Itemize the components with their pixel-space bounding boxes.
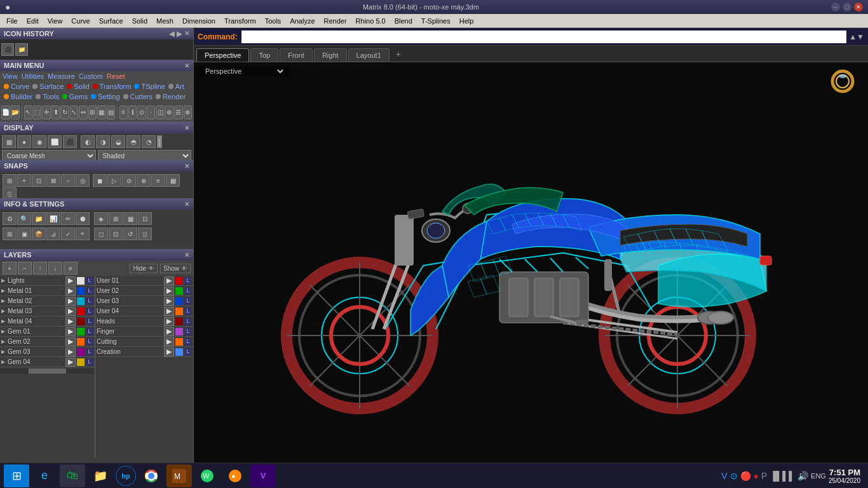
gems-tool[interactable]: Gems <box>69 93 88 100</box>
layer-vis-u03[interactable]: ▶ <box>164 297 174 306</box>
tb-ugrp[interactable]: ▤ <box>107 105 115 119</box>
tray-volume[interactable]: 🔊 <box>797 471 808 481</box>
layer-scrollbar[interactable] <box>0 369 95 374</box>
layer-user01[interactable]: User 01 ▶ L <box>95 276 193 286</box>
info-btn-19[interactable]: ↺ <box>123 227 137 240</box>
snap-btn-5[interactable]: ○ <box>61 174 75 187</box>
tray-network[interactable]: ▐▌▌▌ <box>770 471 795 481</box>
layer-vis-m01[interactable]: ▶ <box>65 287 76 295</box>
display-close[interactable]: ✕ <box>184 125 189 132</box>
menu-view[interactable]: View <box>44 16 67 26</box>
mm-view[interactable]: View <box>3 72 18 80</box>
layer-up[interactable]: ↑ <box>33 262 47 274</box>
tb-grp[interactable]: ▦ <box>97 105 105 119</box>
layer-color-u02[interactable] <box>175 287 183 295</box>
snaps-close[interactable]: ✕ <box>184 163 189 170</box>
close-button[interactable]: ✕ <box>854 3 863 11</box>
tb-pt[interactable]: · <box>147 105 155 119</box>
tb-copy[interactable]: ⬆ <box>51 105 60 119</box>
disp-btn-11[interactable]: │ <box>157 135 162 148</box>
layers-close[interactable]: ✕ <box>184 252 189 259</box>
taskbar-app5[interactable]: M <box>166 464 192 487</box>
solid-tool[interactable]: Solid <box>74 83 89 90</box>
taskbar-ie[interactable]: e <box>32 464 57 487</box>
menu-transform[interactable]: Transform <box>220 16 260 26</box>
snap-btn-4[interactable]: ⊠ <box>46 174 60 187</box>
tab-layout1[interactable]: Layout1 <box>348 48 390 62</box>
disp-btn-1[interactable]: ▦ <box>2 135 16 148</box>
system-clock[interactable]: 7:51 PM 25/04/2020 <box>829 468 860 484</box>
layer-vis-g03[interactable]: ▶ <box>65 348 76 356</box>
windows-start-button[interactable]: ⊞ <box>4 464 29 487</box>
tb-lasso[interactable]: ⬚ <box>33 105 41 119</box>
snap-btn-1[interactable]: ⊞ <box>3 174 17 187</box>
layer-creation[interactable]: Creation ▶ L <box>95 347 193 357</box>
viewport-label[interactable]: Perspective Top Front Right Two-Point Pe… <box>199 66 289 76</box>
info-btn-16[interactable]: ⌖ <box>76 227 90 240</box>
menu-mesh[interactable]: Mesh <box>153 16 177 26</box>
layer-user04[interactable]: User 04 ▶ L <box>95 306 193 316</box>
layer-vis-heads[interactable]: ▶ <box>164 317 174 326</box>
info-btn-13[interactable]: 📦 <box>32 227 46 240</box>
layer-color-creation[interactable] <box>175 348 183 356</box>
menu-help[interactable]: Help <box>456 16 478 26</box>
snap-btn-3[interactable]: ⊡ <box>32 174 46 187</box>
disp-btn-9[interactable]: ◓ <box>126 135 140 148</box>
layer-prop[interactable]: ≡ <box>64 262 78 274</box>
menu-analyze[interactable]: Analyze <box>286 16 318 26</box>
layer-vis-m03[interactable]: ▶ <box>65 307 76 316</box>
mm-close-btn[interactable]: ✕ <box>184 62 189 69</box>
layer-vis-lights[interactable]: ▶ <box>65 276 76 285</box>
command-input[interactable] <box>241 30 847 43</box>
hide-button[interactable]: Hide 👁 <box>130 264 158 273</box>
layer-color-g04[interactable] <box>77 358 85 366</box>
command-scroll-up[interactable]: ▲ <box>849 32 857 41</box>
tray-app5[interactable]: P <box>761 471 767 481</box>
menu-tsplines[interactable]: T-Splines <box>417 16 454 26</box>
menu-rhino[interactable]: Rhino 5.0 <box>352 16 390 26</box>
tab-top[interactable]: Top <box>250 48 278 62</box>
tray-app4[interactable]: ● <box>754 471 759 481</box>
info-btn-12[interactable]: ▣ <box>17 227 31 240</box>
layer-gem02[interactable]: ▶ Gem 02 ▶ L <box>0 337 95 347</box>
layer-gem04[interactable]: ▶ Gem 04 ▶ L <box>0 357 95 367</box>
info-btn-8[interactable]: ⊞ <box>109 212 123 225</box>
layer-user02[interactable]: User 02 ▶ L <box>95 286 193 296</box>
ih-fwd-btn[interactable]: ▶ <box>177 30 182 38</box>
layer-dn[interactable]: ↓ <box>48 262 62 274</box>
setting-tool[interactable]: Setting <box>98 93 119 100</box>
layer-lights[interactable]: ▶ Lights ▶ L <box>0 276 95 286</box>
disp-btn-6[interactable]: ◐ <box>81 135 95 148</box>
layer-color-u03[interactable] <box>175 297 183 305</box>
layer-vis-m02[interactable]: ▶ <box>65 297 76 306</box>
tb-new[interactable]: 📄 <box>1 105 10 119</box>
show-button[interactable]: Show 👁 <box>160 264 191 273</box>
tb-rotate[interactable]: ↻ <box>60 105 69 119</box>
info-btn-11[interactable]: ⊞ <box>3 227 17 240</box>
ih-back-btn[interactable]: ◀ <box>169 30 174 38</box>
hist-icon-1[interactable]: ⬛ <box>1 43 14 56</box>
layer-color-m01[interactable] <box>77 287 85 295</box>
mm-measure[interactable]: Measure <box>48 72 75 80</box>
tb-move[interactable]: ✛ <box>42 105 50 119</box>
disp-btn-8[interactable]: ◒ <box>111 135 125 148</box>
tb-open[interactable]: 📂 <box>11 105 20 119</box>
snap-btn-10[interactable]: ⊕ <box>137 174 151 187</box>
cutters-tool[interactable]: Cutters <box>130 93 153 100</box>
layer-color-g01[interactable] <box>77 328 85 336</box>
tray-app3[interactable]: 🔴 <box>740 471 751 481</box>
disp-btn-7[interactable]: ◑ <box>96 135 110 148</box>
taskbar-store[interactable]: 🛍 <box>60 464 85 487</box>
builder-tool[interactable]: Builder <box>11 93 32 100</box>
tb-layer[interactable]: ≡ <box>119 105 128 119</box>
layer-color-u01[interactable] <box>175 277 183 285</box>
layer-vis-creation[interactable]: ▶ <box>164 348 174 356</box>
info-btn-1[interactable]: ⚙ <box>3 212 17 225</box>
info-btn-18[interactable]: ⊡ <box>109 227 123 240</box>
info-btn-14[interactable]: ⊿ <box>46 227 60 240</box>
tab-front[interactable]: Front <box>280 48 313 62</box>
info-close[interactable]: ✕ <box>184 201 189 208</box>
layer-scroll-thumb[interactable] <box>29 369 67 374</box>
layer-color-cutting[interactable] <box>175 338 183 346</box>
minimize-button[interactable]: ─ <box>831 3 840 11</box>
